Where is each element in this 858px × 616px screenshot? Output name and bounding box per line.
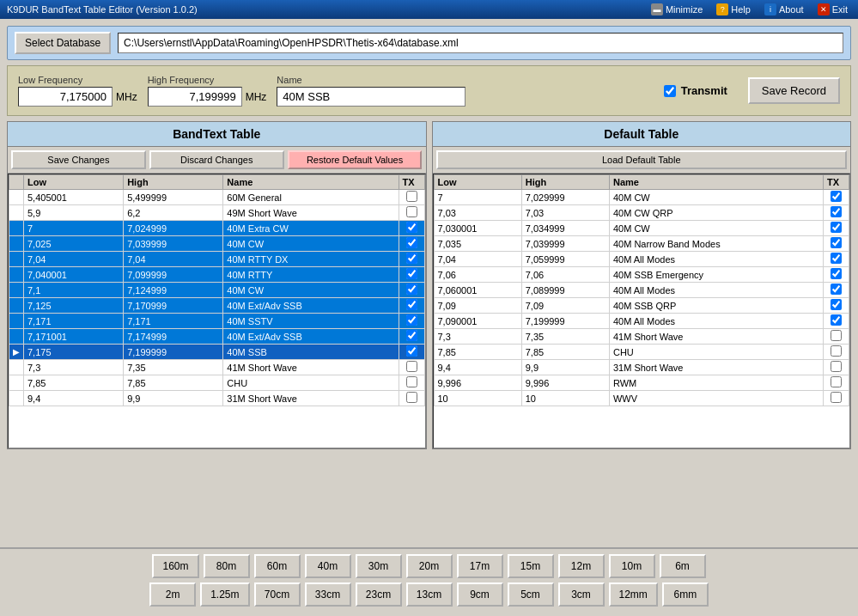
band-button[interactable]: 33cm bbox=[305, 582, 351, 607]
row-tx[interactable] bbox=[824, 391, 849, 406]
row-tx[interactable] bbox=[399, 190, 424, 205]
minimize-button[interactable]: ▬ Minimize bbox=[648, 3, 706, 16]
band-button[interactable]: 3cm bbox=[558, 582, 605, 607]
tx-checkbox[interactable] bbox=[831, 253, 842, 264]
row-tx[interactable] bbox=[824, 221, 849, 236]
band-button[interactable]: 60m bbox=[254, 554, 301, 578]
table-row[interactable]: 7 7,024999 40M Extra CW bbox=[9, 221, 425, 236]
band-button[interactable]: 15m bbox=[508, 554, 554, 578]
band-button[interactable]: 13cm bbox=[406, 582, 453, 607]
table-row[interactable]: 5,9 6,2 49M Short Wave bbox=[9, 205, 425, 221]
band-button[interactable]: 80m bbox=[204, 554, 250, 578]
tx-checkbox[interactable] bbox=[406, 361, 417, 372]
low-freq-input[interactable] bbox=[18, 87, 113, 107]
table-row[interactable]: 7,125 7,170999 40M Ext/Adv SSB bbox=[9, 298, 425, 314]
tx-checkbox[interactable] bbox=[831, 237, 842, 248]
table-row[interactable]: 7,3 7,35 41M Short Wave bbox=[9, 360, 425, 375]
high-freq-input[interactable] bbox=[148, 87, 242, 107]
tx-checkbox[interactable] bbox=[831, 392, 842, 403]
row-tx[interactable] bbox=[824, 375, 849, 391]
table-row[interactable]: 9,4 9,9 31M Short Wave bbox=[434, 360, 849, 375]
row-tx[interactable] bbox=[824, 252, 849, 267]
row-tx[interactable] bbox=[824, 345, 849, 360]
table-row[interactable]: 7,090001 7,199999 40M All Modes bbox=[434, 314, 849, 329]
row-tx[interactable] bbox=[399, 314, 424, 329]
band-button[interactable]: 6mm bbox=[662, 582, 709, 607]
discard-changes-button[interactable]: Discard Changes bbox=[149, 150, 284, 169]
database-path-input[interactable] bbox=[118, 33, 843, 53]
band-button[interactable]: 12m bbox=[558, 554, 605, 578]
table-row[interactable]: 7,06 7,06 40M SSB Emergency bbox=[434, 267, 849, 283]
band-button[interactable]: 160m bbox=[152, 554, 198, 578]
table-row[interactable]: 7,03 7,03 40M CW QRP bbox=[434, 205, 849, 221]
tx-checkbox[interactable] bbox=[831, 345, 842, 357]
tx-checkbox[interactable] bbox=[831, 361, 842, 372]
tx-checkbox[interactable] bbox=[831, 206, 842, 217]
row-tx[interactable] bbox=[399, 267, 424, 283]
table-row[interactable]: 7,09 7,09 40M SSB QRP bbox=[434, 298, 849, 314]
table-row[interactable]: 5,405001 5,499999 60M General bbox=[9, 190, 425, 205]
row-tx[interactable] bbox=[399, 391, 424, 406]
exit-button[interactable]: ✕ Exit bbox=[814, 3, 851, 16]
band-button[interactable]: 2m bbox=[149, 582, 196, 607]
transmit-checkbox[interactable] bbox=[664, 85, 676, 97]
band-button[interactable]: 6m bbox=[660, 554, 706, 578]
band-button[interactable]: 30m bbox=[356, 554, 402, 578]
about-button[interactable]: i About bbox=[761, 3, 807, 16]
table-row[interactable]: 7,85 7,85 CHU bbox=[9, 375, 425, 391]
table-row[interactable]: 9,996 9,996 RWM bbox=[434, 375, 849, 391]
table-row[interactable]: 7,171 7,171 40M SSTV bbox=[9, 314, 425, 329]
row-tx[interactable] bbox=[824, 205, 849, 221]
save-record-button[interactable]: Save Record bbox=[748, 77, 840, 104]
row-tx[interactable] bbox=[824, 190, 849, 205]
tx-checkbox[interactable] bbox=[406, 284, 417, 295]
tx-checkbox[interactable] bbox=[406, 330, 417, 341]
table-row[interactable]: 7,030001 7,034999 40M CW bbox=[434, 221, 849, 236]
table-row[interactable]: 7,040001 7,099999 40M RTTY bbox=[9, 267, 425, 283]
row-tx[interactable] bbox=[824, 283, 849, 298]
tx-checkbox[interactable] bbox=[831, 268, 842, 279]
band-button[interactable]: 1.25m bbox=[200, 582, 249, 607]
row-tx[interactable] bbox=[399, 345, 424, 360]
table-row[interactable]: 7,85 7,85 CHU bbox=[434, 345, 849, 360]
help-button[interactable]: ? Help bbox=[713, 3, 754, 16]
table-row[interactable]: 7,060001 7,089999 40M All Modes bbox=[434, 283, 849, 298]
table-row[interactable]: 7,3 7,35 41M Short Wave bbox=[434, 329, 849, 345]
tx-checkbox[interactable] bbox=[406, 191, 417, 202]
band-button[interactable]: 20m bbox=[406, 554, 453, 578]
table-row[interactable]: 7,04 7,04 40M RTTY DX bbox=[9, 252, 425, 267]
row-tx[interactable] bbox=[399, 236, 424, 252]
row-tx[interactable] bbox=[824, 267, 849, 283]
tx-checkbox[interactable] bbox=[831, 284, 842, 295]
tx-checkbox[interactable] bbox=[831, 191, 842, 202]
tx-checkbox[interactable] bbox=[406, 392, 417, 403]
row-tx[interactable] bbox=[399, 205, 424, 221]
band-button[interactable]: 23cm bbox=[356, 582, 402, 607]
band-button[interactable]: 40m bbox=[305, 554, 351, 578]
row-tx[interactable] bbox=[399, 329, 424, 345]
table-row[interactable]: ▶ 7,175 7,199999 40M SSB bbox=[9, 345, 425, 360]
restore-default-button[interactable]: Restore Default Values bbox=[288, 150, 423, 169]
tx-checkbox[interactable] bbox=[831, 330, 842, 341]
tx-checkbox[interactable] bbox=[406, 222, 417, 233]
table-row[interactable]: 7,035 7,039999 40M Narrow Band Modes bbox=[434, 236, 849, 252]
table-row[interactable]: 7,171001 7,174999 40M Ext/Adv SSB bbox=[9, 329, 425, 345]
bandtext-table-wrap[interactable]: Low High Name TX 5,405001 5,499999 60M G… bbox=[8, 174, 426, 448]
table-row[interactable]: 7 7,029999 40M CW bbox=[434, 190, 849, 205]
save-changes-button[interactable]: Save Changes bbox=[11, 150, 146, 169]
band-button[interactable]: 70cm bbox=[254, 582, 301, 607]
name-input[interactable] bbox=[277, 87, 466, 107]
tx-checkbox[interactable] bbox=[831, 376, 842, 387]
band-button[interactable]: 12mm bbox=[609, 582, 658, 607]
select-database-button[interactable]: Select Database bbox=[15, 32, 111, 54]
table-row[interactable]: 10 10 WWV bbox=[434, 391, 849, 406]
band-button[interactable]: 17m bbox=[457, 554, 503, 578]
tx-checkbox[interactable] bbox=[406, 253, 417, 264]
row-tx[interactable] bbox=[399, 360, 424, 375]
row-tx[interactable] bbox=[399, 221, 424, 236]
row-tx[interactable] bbox=[824, 329, 849, 345]
table-row[interactable]: 7,04 7,059999 40M All Modes bbox=[434, 252, 849, 267]
tx-checkbox[interactable] bbox=[406, 345, 417, 357]
row-tx[interactable] bbox=[399, 252, 424, 267]
tx-checkbox[interactable] bbox=[831, 299, 842, 310]
